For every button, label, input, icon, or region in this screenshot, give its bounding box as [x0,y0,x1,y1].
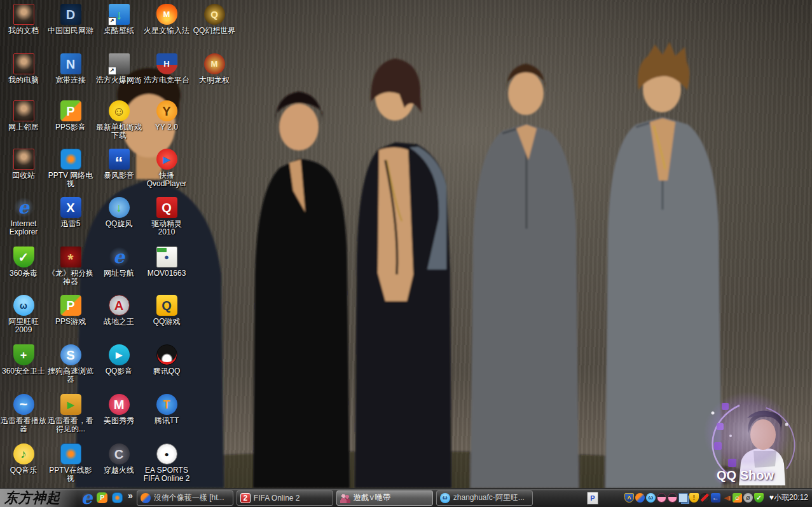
qq-show-widget[interactable]: QQ Show [691,380,804,485]
desktop-icon-label: 大明龙权 [199,76,230,84]
desktop-icon-broadband[interactable]: N宽带连接 [47,53,94,84]
quick-launch-bar: eP [81,492,123,503]
desktop-icon-label: 回收站 [12,172,35,180]
audio-device-icon[interactable]: ø [743,493,753,503]
wangwang-tray-icon: ω [440,493,450,503]
desktop-icon-member-photo[interactable]: 我的文档 [0,4,47,35]
desktop-icon-qq-fantasy[interactable]: QQQ幻想世界 [191,4,238,35]
desktop-icon-kankan-player[interactable]: ~迅雷看看播放器 [0,394,47,433]
language-indicator[interactable]: P [587,492,598,504]
desktop-icon-daming[interactable]: M大明龙权 [191,53,238,84]
desktop-icon-label: 360安全卫士 [2,367,45,375]
pps-icon[interactable]: P [97,492,107,503]
desktop-icon-label: Internet Explorer [0,220,47,236]
shortcut-arrow-overlay: ↗ [108,17,116,25]
desktop-icon-smiley-download[interactable]: ☺最新单机游戏下载 [95,100,142,140]
firefox-icon [141,493,151,503]
qq-penguin-pink-icon-2[interactable] [668,493,677,503]
shield-chevron-icon[interactable]: ^ [624,493,634,503]
desktop-icon-ie[interactable]: e网址导航 [95,247,142,278]
desktop-icon-label: 网上邻居 [8,123,39,132]
antivirus-shield-icon[interactable]: ✓ [754,493,764,503]
qq-penguin-pink-icon[interactable] [657,493,666,503]
smiley-download-icon: ☺ [109,100,130,121]
security-alert-icon[interactable]: ! [689,493,699,503]
desktop-icon-ie[interactable]: eInternet Explorer [0,197,47,236]
desktop-icon-member-photo[interactable]: 网上邻居 [0,100,47,132]
volume-icon[interactable]: ◄ [722,493,731,503]
desktop-icon-crossfire[interactable]: C穿越火线 [95,443,142,475]
dragon-points-icon: * [60,247,81,267]
wangwang-tray-icon[interactable]: ω [646,493,656,503]
desktop-icon-tencent-tt[interactable]: T腾讯TT [143,394,190,425]
desktop-icon-meitu[interactable]: M美图秀秀 [95,394,142,425]
desktop-icon-label: EA SPORTS FIFA Online 2 [143,466,190,483]
desktop-icon-wangwang[interactable]: ω阿里旺旺 2009 [0,295,47,334]
desktop-icon-label: 快播 QvodPlayer [143,172,190,188]
taskbar-window-button[interactable]: 2FIFA Online 2 [237,490,333,506]
broadband-icon: N [60,53,81,74]
desktop-icon-mpg-file[interactable]: ●MOV01663 [143,247,190,278]
baofeng-icon: “ [109,149,130,170]
desktop-icon-label: 迅雷看看，看得见的... [47,417,94,433]
desktop-icon-360-safe[interactable]: +360安全卫士 [0,344,47,375]
ie-icon[interactable]: e [81,492,92,503]
desktop-icon-kankan[interactable]: ▶迅雷看看，看得见的... [47,394,94,433]
desktop-icon-fifa-online2-ball[interactable]: ●EA SPORTS FIFA Online 2 [143,443,190,483]
pps-icon: P [60,295,81,316]
desktop-icon-pps[interactable]: PPPS游戏 [47,295,94,326]
desktop-icon-yy[interactable]: YYY 2.0 [143,100,190,132]
thunder-arrow-icon[interactable]: ← [711,493,720,503]
desktop-icon-qq-music[interactable]: ♪QQ音乐 [0,443,47,475]
desktop-icon-member-photo[interactable]: 我的电脑 [0,53,47,84]
start-button-label: 东方神起 [4,489,60,507]
desktop-icon-label: 桌酷壁纸 [104,27,134,35]
taskbar-window-button[interactable]: 遊戲∨咃帶 [336,490,433,506]
tencent-tt-icon: T [156,394,177,415]
group-chat-icon [340,493,350,503]
desktop-icon-driver-genius[interactable]: Q驱动精灵 2010 [143,197,190,236]
desktop-icon-label: 《龙》积分换神器 [47,269,94,286]
taskbar-window-button[interactable]: ωzhanghuafc-阿里旺... [436,490,533,506]
desktop-icon-dragon-points[interactable]: *《龙》积分换神器 [47,247,94,286]
ie-icon: e [109,247,130,267]
start-button[interactable]: 东方神起 [0,489,78,507]
desktop-icon-pps[interactable]: PPPS影音 [47,100,94,132]
quick-launch-overflow-chevron[interactable]: » [128,490,133,501]
desktop-icon-zhuoku-wallpaper[interactable]: ↓↗桌酷壁纸 [95,4,142,35]
desktop-icon-qvod[interactable]: ▶快播 QvodPlayer [143,149,190,188]
firefox-tray-icon[interactable] [635,493,645,503]
taskbar-window-button[interactable]: 沒侑个像莪一樣 [ht... [137,490,233,506]
desktop-icon-haofang-game[interactable]: ↗浩方火爆网游 [95,53,142,84]
desktop-icon-qq-tornado[interactable]: ↓QQ旋风 [95,197,142,228]
desktop-icon-qq-player[interactable]: ▶QQ影音 [95,344,142,375]
pptv-icon[interactable] [112,492,123,503]
desktop-icon-qq-game[interactable]: QQQ游戏 [143,295,190,326]
taskbar-window-label: 遊戲∨咃帶 [354,492,390,503]
desktop-icon-xunlei5[interactable]: X迅雷5 [47,197,94,228]
desktop-icon-baofeng[interactable]: “暴风影音 [95,149,142,180]
network-icon[interactable] [678,493,688,503]
meitu-icon: M [109,394,130,415]
desktop-icon-label: PPS游戏 [55,318,86,326]
desktop-icon-qq-penguin[interactable]: 腾讯QQ [143,344,190,375]
qq-busy-icon[interactable] [700,493,710,503]
desktop-icon-pptv[interactable]: PPTV在线影视 [47,443,94,483]
desktop-icon-360-antivirus[interactable]: ✓360杀毒 [0,247,47,278]
ava-game-icon: A [109,295,130,316]
desktop-icon-pptv[interactable]: PPTV 网络电视 [47,149,94,188]
desktop-icon-label: 360杀毒 [10,269,38,278]
qvod-icon: ▶ [156,149,177,170]
qq-tornado-icon: ↓ [109,197,130,218]
taskbar-window-label: FIFA Online 2 [254,494,300,503]
pps-tray-icon[interactable]: ☺ [733,493,742,503]
yy-icon: Y [156,100,177,121]
desktop-icon-mars-input[interactable]: M火星文输入法 [143,4,190,35]
desktop-icon-haofang-platform[interactable]: H浩方电竞平台 [143,53,190,84]
taskbar-clock[interactable]: ♥小珉20:12 [769,492,808,503]
haofang-platform-icon: H [156,53,177,74]
desktop-icon-sogou-browser[interactable]: S搜狗高速浏览器 [47,344,94,384]
desktop-icon-ava-game[interactable]: A战地之王 [95,295,142,326]
desktop-icon-dragon-game[interactable]: D中国国民网游 [47,4,94,35]
desktop-icon-member-photo[interactable]: 回收站 [0,149,47,180]
